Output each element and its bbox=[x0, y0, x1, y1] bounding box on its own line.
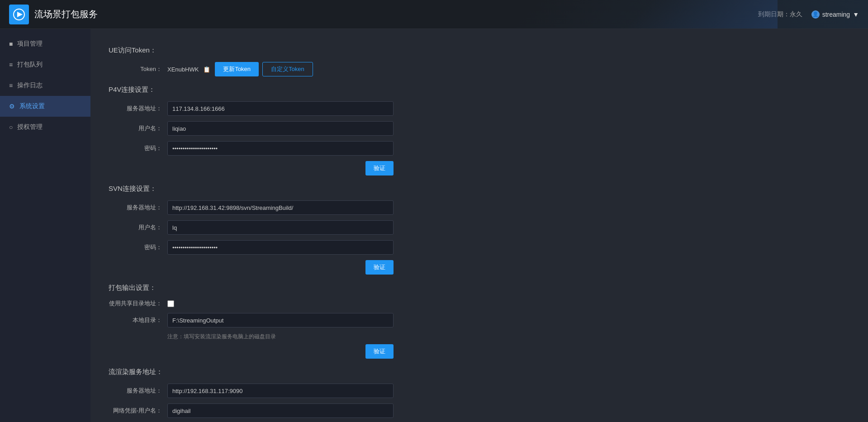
project-icon: ■ bbox=[9, 40, 13, 47]
svn-section-header: SVN连接设置： bbox=[109, 185, 850, 193]
output-localdir-input[interactable] bbox=[167, 313, 394, 327]
p4v-server-label: 服务器地址： bbox=[109, 104, 167, 113]
sidebar-item-label-project: 项目管理 bbox=[17, 40, 43, 48]
token-row: Token： XEnubHWK 📋 更新Token 自定义Token bbox=[109, 62, 850, 76]
output-localdir-row: 本地目录： bbox=[109, 313, 850, 327]
copy-token-icon[interactable]: 📋 bbox=[203, 66, 210, 73]
p4v-username-label: 用户名： bbox=[109, 124, 167, 133]
output-section-header: 打包输出设置： bbox=[109, 284, 850, 292]
queue-icon: ≡ bbox=[9, 61, 13, 68]
svn-password-label: 密码： bbox=[109, 243, 167, 251]
svn-server-row: 服务器地址： bbox=[109, 200, 850, 215]
sidebar-item-log[interactable]: ≡ 操作日志 bbox=[0, 75, 90, 96]
user-avatar-icon: 👤 bbox=[811, 10, 820, 19]
header-right: 到期日期：永久 👤 streaming ▼ bbox=[758, 10, 859, 19]
sidebar-item-label-log: 操作日志 bbox=[17, 81, 43, 90]
content-area: UE访问Token： Token： XEnubHWK 📋 更新Token 自定义… bbox=[90, 29, 868, 422]
sidebar-item-label-settings: 系统设置 bbox=[19, 102, 45, 110]
svn-server-label: 服务器地址： bbox=[109, 204, 167, 212]
output-share-row: 使用共享目录地址： bbox=[109, 299, 850, 308]
p4v-btn-row: 验证 bbox=[109, 161, 394, 175]
svn-username-row: 用户名： bbox=[109, 220, 850, 235]
header-decoration bbox=[551, 0, 778, 28]
p4v-password-input[interactable] bbox=[167, 141, 394, 156]
p4v-verify-button[interactable]: 验证 bbox=[365, 161, 394, 175]
sidebar-item-label-queue: 打包队列 bbox=[17, 61, 43, 69]
p4v-password-row: 密码： bbox=[109, 141, 850, 156]
p4v-username-row: 用户名： bbox=[109, 121, 850, 136]
dropdown-icon: ▼ bbox=[853, 11, 859, 18]
svn-server-input[interactable] bbox=[167, 200, 394, 215]
user-menu[interactable]: 👤 streaming ▼ bbox=[811, 10, 859, 19]
svn-password-row: 密码： bbox=[109, 240, 850, 255]
header: 流场景打包服务 到期日期：永久 👤 streaming ▼ bbox=[0, 0, 868, 29]
p4v-username-input[interactable] bbox=[167, 121, 394, 136]
render-netuser-label: 网络凭据-用户名： bbox=[109, 407, 167, 415]
sidebar-item-settings[interactable]: ⚙ 系统设置 bbox=[0, 96, 90, 117]
p4v-server-row: 服务器地址： bbox=[109, 101, 850, 116]
log-icon: ≡ bbox=[9, 82, 13, 89]
custom-token-button[interactable]: 自定义Token bbox=[262, 62, 313, 76]
main-container: ■ 项目管理 ≡ 打包队列 ≡ 操作日志 ⚙ 系统设置 ○ 授权管理 UE访问T… bbox=[0, 29, 868, 422]
header-logo: 流场景打包服务 bbox=[9, 5, 98, 24]
sidebar-item-queue[interactable]: ≡ 打包队列 bbox=[0, 54, 90, 75]
svn-btn-row: 验证 bbox=[109, 260, 394, 275]
render-server-label: 服务器地址： bbox=[109, 387, 167, 395]
sidebar: ■ 项目管理 ≡ 打包队列 ≡ 操作日志 ⚙ 系统设置 ○ 授权管理 bbox=[0, 29, 90, 422]
svg-marker-1 bbox=[17, 12, 23, 17]
expiry-label: 到期日期：永久 bbox=[758, 10, 802, 19]
logo-icon bbox=[9, 5, 29, 24]
render-section-header: 流渲染服务地址： bbox=[109, 368, 850, 376]
username-label: streaming bbox=[822, 11, 850, 18]
output-share-checkbox[interactable] bbox=[167, 300, 174, 307]
p4v-section-header: P4V连接设置： bbox=[109, 85, 850, 94]
sidebar-item-label-auth: 授权管理 bbox=[17, 123, 43, 131]
p4v-server-input[interactable] bbox=[167, 101, 394, 116]
render-server-input[interactable] bbox=[167, 384, 394, 398]
auth-icon: ○ bbox=[9, 123, 13, 131]
svn-verify-button[interactable]: 验证 bbox=[365, 260, 394, 275]
app-title: 流场景打包服务 bbox=[34, 8, 98, 20]
render-server-row: 服务器地址： bbox=[109, 384, 850, 398]
output-share-label: 使用共享目录地址： bbox=[109, 299, 167, 308]
render-netuser-row: 网络凭据-用户名： bbox=[109, 403, 850, 418]
svn-username-input[interactable] bbox=[167, 220, 394, 235]
output-localdir-label: 本地目录： bbox=[109, 316, 167, 324]
svn-username-label: 用户名： bbox=[109, 223, 167, 232]
ue-token-section-header: UE访问Token： bbox=[109, 46, 850, 55]
settings-icon: ⚙ bbox=[9, 103, 15, 110]
sidebar-item-auth[interactable]: ○ 授权管理 bbox=[0, 117, 90, 138]
token-field-label: Token： bbox=[109, 65, 167, 73]
p4v-password-label: 密码： bbox=[109, 144, 167, 152]
token-value: XEnubHWK bbox=[167, 66, 199, 73]
output-verify-button[interactable]: 验证 bbox=[365, 344, 394, 359]
output-btn-row: 验证 bbox=[109, 344, 394, 359]
svn-password-input[interactable] bbox=[167, 240, 394, 255]
render-netuser-input[interactable] bbox=[167, 403, 394, 418]
sidebar-item-project[interactable]: ■ 项目管理 bbox=[0, 33, 90, 54]
output-note: 注意：填写安装流渲染服务电脑上的磁盘目录 bbox=[167, 333, 850, 341]
refresh-token-button[interactable]: 更新Token bbox=[215, 62, 259, 76]
